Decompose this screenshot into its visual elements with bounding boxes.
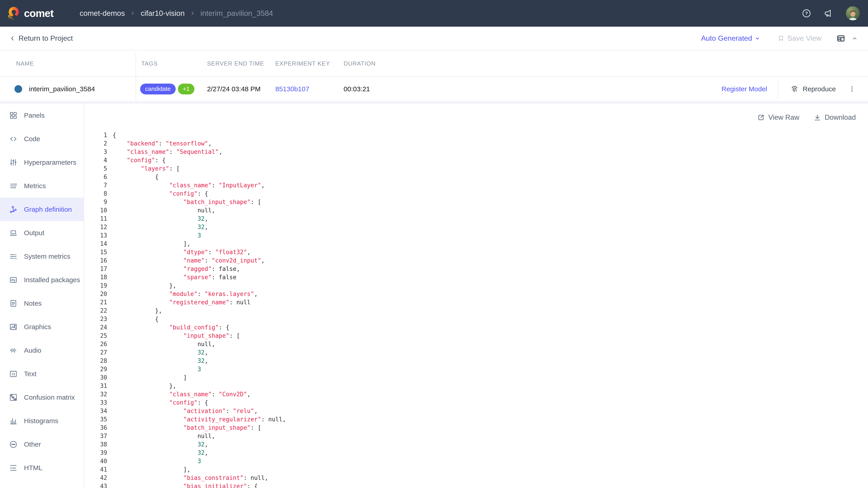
sidebar-item-graphics[interactable]: Graphics — [0, 315, 84, 339]
toolbar: Return to Project Auto Generated Save Vi… — [0, 27, 868, 51]
announcements-button[interactable] — [824, 8, 834, 18]
breadcrumb-item-cifar10-vision[interactable]: cifar10-vision — [141, 9, 184, 18]
sidebar-item-label: Notes — [24, 300, 41, 307]
code-line: 8 "config": { — [84, 190, 868, 198]
code-text: "config": { — [113, 190, 208, 198]
column-header-duration: DURATION — [344, 60, 376, 67]
code-line: 14 ], — [84, 240, 868, 248]
line-number: 36 — [84, 424, 113, 432]
experiment-row: interim_pavilion_3584 candidate+1 2/27/2… — [0, 77, 868, 101]
histograms-icon — [9, 417, 18, 425]
sidebar-item-html[interactable]: HTMLHTML — [0, 456, 84, 480]
sidebar-item-notes[interactable]: Notes — [0, 292, 84, 315]
download-icon — [813, 113, 822, 122]
avatar[interactable] — [846, 6, 860, 20]
reproduce-button[interactable]: Reproduce — [790, 85, 836, 94]
sidebar-item-audio[interactable]: Audio — [0, 339, 84, 362]
sidebar-item-text[interactable]: TtText — [0, 362, 84, 386]
code-text: 32, — [113, 449, 208, 457]
comet-icon — [6, 6, 21, 21]
text-icon: Tt — [9, 369, 18, 378]
line-number: 21 — [84, 298, 113, 306]
sidebar-item-panels[interactable]: Panels — [0, 104, 84, 127]
audio-icon — [9, 346, 18, 355]
sidebar-item-confusion-matrix[interactable]: Confusion matrix — [0, 386, 84, 409]
sidebar: PanelsCodeHyperparametersMetricsGraph de… — [0, 104, 84, 488]
code-line: 25 "input_shape": [ — [84, 332, 868, 340]
column-header-server-end-time: SERVER END TIME — [207, 60, 264, 67]
sidebar-item-label: Output — [24, 229, 44, 237]
fingerprint-icon — [790, 85, 799, 94]
download-button[interactable]: Download — [813, 113, 856, 122]
code-text: "sparse": false — [113, 273, 237, 282]
line-number: 40 — [84, 457, 113, 465]
code-line: 41 ], — [84, 465, 868, 474]
code-line: 2 "backend": "tensorflow", — [84, 139, 868, 148]
code-line: 1{ — [84, 131, 868, 139]
code-text: "build_config": { — [113, 323, 229, 332]
svg-text:?: ? — [805, 11, 808, 16]
kebab-menu-button[interactable] — [848, 85, 856, 93]
code-line: 18 "sparse": false — [84, 273, 868, 282]
chevron-up-icon — [851, 35, 858, 42]
code-line: 12 32, — [84, 223, 868, 231]
experiment-name: interim_pavilion_3584 — [29, 85, 95, 93]
view-raw-button[interactable]: View Raw — [757, 113, 799, 122]
sidebar-item-hyperparameters[interactable]: Hyperparameters — [0, 151, 84, 174]
save-view-button[interactable]: Save View — [777, 34, 822, 42]
experiment-key-link[interactable]: 85130b107 — [275, 85, 309, 93]
sidebar-item-histograms[interactable]: Histograms — [0, 409, 84, 433]
download-label: Download — [825, 113, 856, 122]
code-icon — [9, 135, 18, 143]
view-toggle-button[interactable] — [836, 34, 845, 43]
code-text: }, — [113, 282, 176, 290]
code-line: 24 "build_config": { — [84, 323, 868, 332]
tag-badge-count[interactable]: +1 — [178, 84, 195, 94]
line-number: 12 — [84, 223, 113, 231]
sidebar-item-code[interactable]: Code — [0, 127, 84, 151]
svg-text:Tt: Tt — [11, 372, 15, 376]
code-line: 20 "module": "keras.layers", — [84, 290, 868, 298]
line-number: 23 — [84, 315, 113, 323]
sidebar-item-system-metrics[interactable]: System metrics — [0, 245, 84, 268]
confusion-matrix-icon — [9, 393, 18, 402]
sidebar-item-graph-definition[interactable]: Graph definition — [0, 198, 84, 221]
sidebar-item-metrics[interactable]: Metrics — [0, 174, 84, 198]
code-viewer[interactable]: 1{2 "backend": "tensorflow",3 "class_nam… — [84, 131, 868, 488]
code-line: 4 "config": { — [84, 156, 868, 164]
sidebar-item-label: Confusion matrix — [24, 394, 75, 401]
code-text: 32, — [113, 348, 208, 357]
return-to-project-link[interactable]: Return to Project — [9, 34, 73, 42]
line-number: 32 — [84, 390, 113, 398]
register-model-button[interactable]: Register Model — [721, 85, 767, 93]
code-text: 32, — [113, 440, 208, 449]
sidebar-item-other[interactable]: Other — [0, 433, 84, 456]
help-button[interactable]: ? — [802, 8, 811, 18]
code-line: 15 "dtype": "float32", — [84, 248, 868, 256]
sidebar-item-label: Histograms — [24, 417, 58, 425]
column-header-tags: TAGS — [141, 60, 158, 67]
sidebar-item-label: Text — [24, 370, 36, 378]
code-text: 3 — [113, 457, 201, 465]
save-view-label: Save View — [787, 34, 822, 42]
collapse-caret-button[interactable] — [851, 35, 858, 42]
toolbar-right: Auto Generated Save View — [701, 34, 858, 43]
code-line: 27 32, — [84, 348, 868, 357]
view-selector-dropdown[interactable]: Auto Generated — [701, 34, 761, 42]
code-text: }, — [113, 382, 176, 390]
code-text: }, — [113, 306, 162, 315]
tag-badge[interactable]: candidate — [140, 84, 176, 94]
code-text: "registered_name": null — [113, 298, 250, 306]
breadcrumb-item-interim-pavilion-3584: interim_pavilion_3584 — [200, 9, 273, 18]
breadcrumb-item-comet-demos[interactable]: comet-demos — [80, 9, 125, 18]
line-number: 1 — [84, 131, 113, 139]
code-text: 32, — [113, 357, 208, 365]
line-number: 41 — [84, 465, 113, 474]
code-text: "input_shape": [ — [113, 332, 240, 340]
sidebar-item-installed-packages[interactable]: PyInstalled packages — [0, 268, 84, 292]
notes-icon — [9, 299, 18, 308]
sidebar-item-output[interactable]: Output — [0, 221, 84, 245]
code-text: ], — [113, 240, 190, 248]
megaphone-icon — [824, 8, 834, 18]
comet-logo[interactable]: comet — [6, 6, 53, 21]
